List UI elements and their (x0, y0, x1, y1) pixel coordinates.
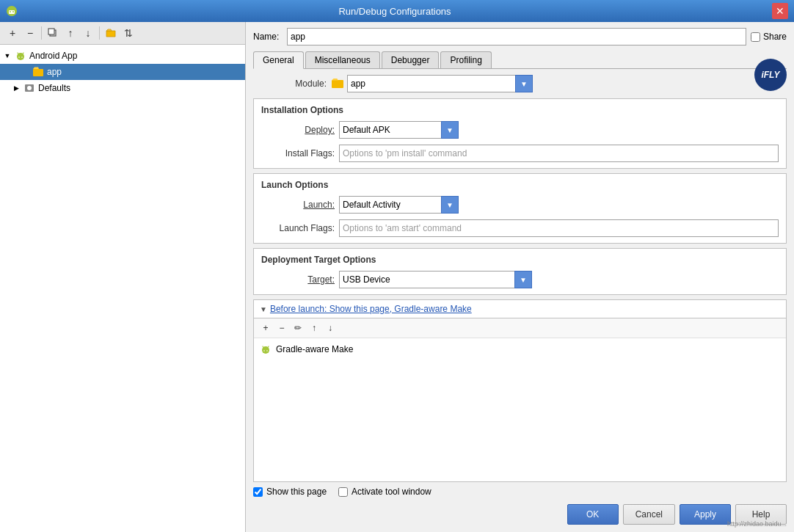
show-page-checkbox[interactable] (253, 487, 263, 497)
module-dropdown-btn[interactable]: ▼ (515, 75, 533, 92)
module-label: Module: (253, 79, 327, 89)
bl-up-button[interactable]: ↑ (307, 321, 321, 335)
target-label: Target: (261, 274, 335, 285)
remove-button[interactable]: − (22, 25, 38, 41)
sidebar: + − ↑ ↓ ⇅ ▼ (0, 22, 246, 532)
launch-dropdown-btn[interactable]: ▼ (441, 196, 459, 214)
svg-point-9 (21, 57, 23, 58)
launch-row: Launch: Default Activity ▼ (261, 196, 779, 214)
title-bar: Run/Debug Configurations ✕ (0, 0, 794, 22)
ok-button[interactable]: OK (567, 504, 619, 525)
svg-line-10 (18, 53, 18, 54)
move-up-button[interactable]: ↑ (62, 25, 79, 41)
svg-point-2 (10, 11, 11, 12)
module-folder-icon (331, 78, 344, 90)
svg-rect-7 (18, 56, 23, 59)
sidebar-tree: ▼ Android App app (0, 45, 245, 532)
svg-rect-15 (332, 80, 343, 88)
deploy-select[interactable]: Default APK (339, 121, 442, 139)
before-launch-section: ▼ Before launch: Show this page, Gradle-… (253, 299, 787, 482)
copy-button[interactable] (45, 25, 61, 41)
sidebar-toolbar: + − ↑ ↓ ⇅ (0, 22, 245, 45)
installation-options-title: Installation Options (261, 105, 779, 115)
svg-point-3 (12, 11, 14, 12)
install-flags-label: Install Flags: (261, 148, 335, 158)
app-label: app (47, 67, 62, 77)
deploy-row: Deploy: Default APK ▼ (261, 121, 779, 139)
target-select[interactable]: USB Device (339, 271, 515, 288)
activate-tool-window-label[interactable]: Activate tool window (352, 487, 431, 497)
svg-line-11 (23, 53, 23, 54)
bl-remove-button[interactable]: − (274, 321, 289, 335)
svg-rect-12 (33, 69, 43, 76)
android-icon (15, 50, 26, 62)
sort-button[interactable]: ⇅ (120, 25, 136, 41)
install-flags-row: Install Flags: (261, 145, 779, 162)
deployment-target-section: Deployment Target Options Target: USB De… (253, 248, 787, 295)
show-page-label[interactable]: Show this page (266, 487, 327, 497)
tab-debugger[interactable]: Debugger (382, 51, 440, 68)
activate-tool-window-checkbox[interactable] (338, 487, 348, 497)
tree-item-defaults[interactable]: ▶ Defaults (0, 80, 245, 96)
svg-rect-17 (263, 349, 269, 353)
install-flags-input[interactable] (339, 145, 779, 162)
launch-select[interactable]: Default Activity (339, 196, 442, 214)
before-launch-header[interactable]: ▼ Before launch: Show this page, Gradle-… (254, 300, 786, 318)
tabs-bar: General Miscellaneous Debugger Profiling (253, 51, 787, 69)
launch-flags-input[interactable] (339, 219, 779, 237)
move-down-button[interactable]: ↓ (80, 25, 96, 41)
share-checkbox[interactable] (751, 32, 760, 42)
before-launch-toolbar: + − ✏ ↑ ↓ (254, 318, 786, 338)
name-label: Name: (253, 32, 283, 42)
before-launch-title: Before launch: Show this page, Gradle-aw… (270, 304, 472, 314)
svg-point-14 (27, 86, 32, 90)
tab-miscellaneous[interactable]: Miscellaneous (305, 51, 380, 68)
launch-select-wrapper: Default Activity ▼ (339, 196, 459, 214)
ifly-logo: iFLY (754, 59, 787, 91)
copy-icon (48, 28, 58, 38)
tree-item-android-app[interactable]: ▼ Android App (0, 48, 245, 64)
deploy-label: Deploy: (261, 125, 335, 135)
bl-item-gradle[interactable]: Gradle-aware Make (257, 341, 783, 357)
toolbar-separator (41, 26, 42, 40)
action-buttons: OK Cancel Apply Help (253, 500, 787, 526)
share-row: Share (751, 32, 787, 42)
target-dropdown-btn[interactable]: ▼ (514, 271, 532, 288)
deploy-dropdown-btn[interactable]: ▼ (441, 121, 459, 139)
bottom-options: Show this page Activate tool window (253, 482, 787, 500)
tree-item-app[interactable]: app (0, 64, 245, 80)
deploy-select-wrapper: Default APK ▼ (339, 121, 459, 139)
dialog-title: Run/Debug Configurations (18, 6, 772, 17)
share-label[interactable]: Share (763, 32, 787, 42)
activate-tool-window-row: Activate tool window (338, 487, 431, 497)
bl-edit-button[interactable]: ✏ (291, 321, 305, 335)
app-folder-icon (32, 66, 44, 78)
tab-general[interactable]: General (253, 51, 304, 69)
bl-item-gradle-label: Gradle-aware Make (276, 344, 353, 354)
defaults-label: Defaults (38, 83, 70, 93)
bl-add-button[interactable]: + (258, 321, 273, 335)
close-button[interactable]: ✕ (772, 3, 788, 19)
name-row: Name: Share (253, 28, 787, 45)
target-select-wrapper: USB Device ▼ (339, 271, 532, 288)
show-page-row: Show this page (253, 487, 327, 497)
bl-down-button[interactable]: ↓ (323, 321, 338, 335)
tab-profiling[interactable]: Profiling (440, 51, 491, 68)
app-icon (6, 5, 18, 17)
installation-options-section: Installation Options Deploy: Default APK… (253, 98, 787, 169)
module-select[interactable]: app (347, 75, 516, 92)
expand-arrow-defaults: ▶ (12, 84, 21, 92)
before-launch-arrow: ▼ (260, 305, 267, 313)
svg-line-21 (268, 346, 269, 348)
add-button[interactable]: + (4, 25, 21, 41)
defaults-icon (23, 82, 35, 94)
before-launch-list: Gradle-aware Make (254, 338, 786, 481)
target-row: Target: USB Device ▼ (261, 271, 779, 288)
android-app-label: Android App (29, 51, 77, 61)
apply-button[interactable]: Apply (680, 504, 731, 525)
cancel-button[interactable]: Cancel (623, 504, 675, 525)
name-input[interactable] (287, 28, 746, 45)
folder-button[interactable] (103, 25, 119, 41)
deployment-target-title: Deployment Target Options (261, 255, 779, 265)
toolbar-separator-2 (99, 26, 100, 40)
